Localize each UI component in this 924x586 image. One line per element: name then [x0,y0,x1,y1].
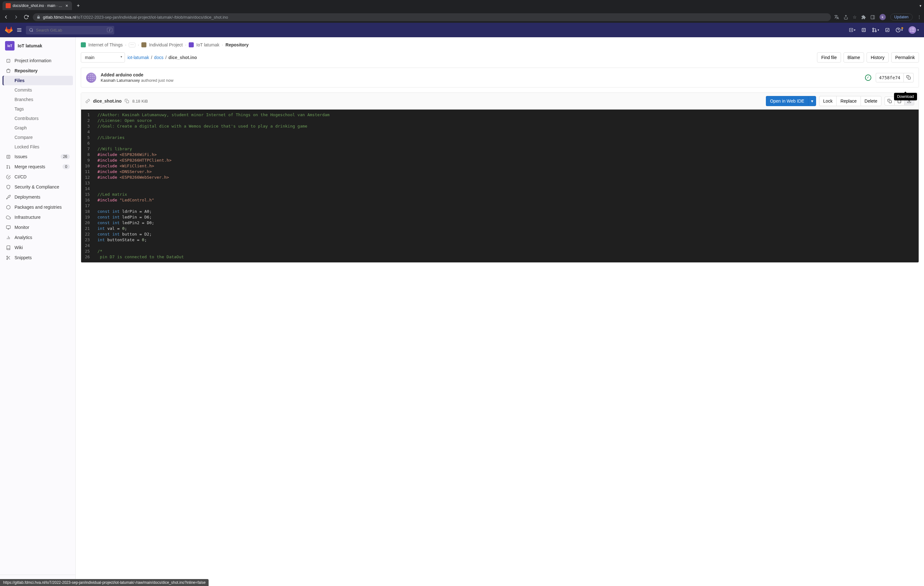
line-number[interactable]: 8 [85,152,90,157]
tab-search-icon[interactable]: ▾ [919,4,921,8]
user-menu[interactable]: ▾ [909,26,919,34]
new-tab-button[interactable]: + [74,2,82,10]
back-button[interactable] [3,13,10,20]
line-number[interactable]: 24 [85,243,90,248]
breadcrumb-more[interactable]: ⋯ [129,43,135,47]
line-number[interactable]: 6 [85,141,90,146]
line-number[interactable]: 14 [85,186,90,192]
sidebar-item-monitor[interactable]: Monitor [3,222,73,232]
code-line: //Libraries [97,135,915,141]
copy-path-button[interactable] [125,99,129,103]
line-number[interactable]: 21 [85,226,90,232]
gitlab-logo[interactable] [5,26,13,34]
sidebar-item-snippets[interactable]: Snippets [3,253,73,263]
lock-button[interactable]: Lock [819,96,837,106]
line-number[interactable]: 7 [85,146,90,152]
branch-select[interactable]: main [81,52,125,63]
sidebar-item-project-info[interactable]: Project information [3,56,73,66]
sidebar-sub-contributors[interactable]: Contributors [10,114,73,123]
sidepanel-icon[interactable] [870,15,875,20]
copy-contents-button[interactable] [884,97,894,106]
line-number[interactable]: 22 [85,232,90,237]
history-button[interactable]: History [866,52,889,63]
sidebar-sub-tags[interactable]: Tags [10,104,73,114]
line-number[interactable]: 18 [85,209,90,214]
share-icon[interactable] [843,15,848,20]
create-new-button[interactable]: ▾ [849,28,856,32]
line-number[interactable]: 26 [85,254,90,260]
open-web-ide-button[interactable]: Open in Web IDE [766,96,808,106]
line-number[interactable]: 12 [85,175,90,180]
sidebar-item-infrastructure[interactable]: Infrastructure [3,212,73,222]
line-number[interactable]: 13 [85,180,90,186]
sidebar-item-deployments[interactable]: Deployments [3,192,73,202]
breadcrumb-l1[interactable]: Internet of Things [88,42,123,47]
sidebar-item-analytics[interactable]: Analytics [3,232,73,242]
sidebar-sub-locked[interactable]: Locked Files [10,142,73,152]
sidebar-sub-graph[interactable]: Graph [10,123,73,132]
sidebar-item-cicd[interactable]: CI/CD [3,172,73,182]
browser-tab[interactable]: docs/dice_shot.ino · main · Int... ✕ [3,1,72,10]
commit-author-avatar[interactable] [86,73,96,83]
line-number[interactable]: 9 [85,157,90,163]
update-button[interactable]: Updaten [890,13,912,20]
line-number[interactable]: 2 [85,118,90,123]
sidebar-item-issues[interactable]: Issues26 [3,152,73,162]
line-number[interactable]: 15 [85,192,90,197]
line-number[interactable]: 4 [85,129,90,135]
line-number[interactable]: 11 [85,169,90,175]
find-file-button[interactable]: Find file [817,52,841,63]
permalink-button[interactable]: Permalink [891,52,919,63]
line-number[interactable]: 1 [85,112,90,118]
pipeline-status-icon[interactable]: ✓ [865,74,871,81]
line-number[interactable]: 19 [85,214,90,220]
close-tab-icon[interactable]: ✕ [64,3,69,8]
extensions-icon[interactable] [861,15,866,20]
todos-icon[interactable] [885,28,890,33]
blame-button[interactable]: Blame [843,52,865,63]
permalink-icon[interactable] [86,99,90,103]
project-header[interactable]: IoT IoT latumak [0,37,76,54]
merge-requests-icon[interactable]: ▾ [872,28,879,33]
profile-avatar[interactable]: k [879,14,886,20]
line-number[interactable]: 10 [85,163,90,169]
sidebar-item-wiki[interactable]: Wiki [3,242,73,253]
forward-button[interactable] [13,13,20,20]
search-input[interactable]: / [26,26,114,35]
sidebar-item-security[interactable]: Security & Compliance [3,182,73,192]
line-number[interactable]: 23 [85,237,90,243]
line-number[interactable]: 3 [85,123,90,129]
breadcrumb-l3[interactable]: IoT latumak [196,42,219,47]
bookmark-icon[interactable]: ☆ [853,15,857,20]
open-web-ide-dropdown[interactable]: ▾ [808,96,816,106]
copy-sha-button[interactable] [904,73,914,83]
replace-button[interactable]: Replace [836,96,860,106]
sidebar-sub-compare[interactable]: Compare [10,132,73,142]
line-number[interactable]: 5 [85,135,90,141]
menu-icon[interactable] [16,27,22,33]
sidebar-sub-branches[interactable]: Branches [10,95,73,104]
line-number[interactable]: 17 [85,203,90,209]
path-project[interactable]: iot-latumak [127,55,149,60]
line-number[interactable]: 16 [85,197,90,203]
breadcrumb-l2[interactable]: Individual Project [149,42,183,47]
menu-icon[interactable]: ⋮ [917,15,921,20]
line-number[interactable]: 25 [85,248,90,254]
sidebar-item-packages[interactable]: Packages and registries [3,202,73,212]
commit-title[interactable]: Added arduino code [101,72,173,77]
delete-button[interactable]: Delete [861,96,881,106]
line-number[interactable]: 20 [85,220,90,226]
help-icon[interactable]: ▾ [896,28,903,33]
reload-button[interactable] [23,13,30,20]
path-folder[interactable]: docs [154,55,163,60]
sidebar-sub-files[interactable]: Files [3,76,73,85]
commit-author[interactable]: Kasinah Latumanuwy [101,78,140,83]
sidebar-item-merge-requests[interactable]: Merge requests0 [3,162,73,172]
commit-time: just now [158,78,173,83]
url-bar[interactable]: gitlab.fdmci.hva.nl/IoT/2022-2023-sep-ja… [33,13,831,21]
issues-icon[interactable] [861,28,866,33]
sidebar-item-repository[interactable]: Repository [3,66,73,76]
sidebar-sub-commits[interactable]: Commits [10,85,73,95]
translate-icon[interactable] [834,15,839,20]
search-field[interactable] [36,28,111,33]
